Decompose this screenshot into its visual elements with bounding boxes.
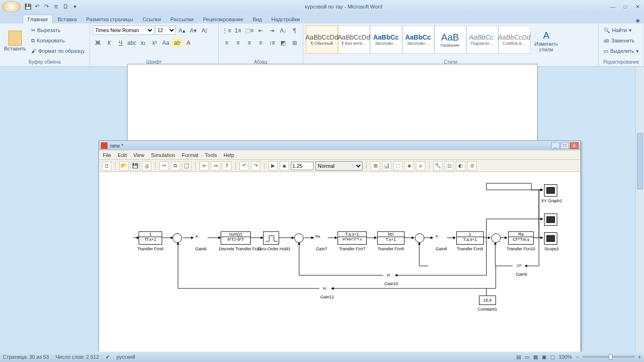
tab-insert[interactable]: Вставка <box>53 15 82 24</box>
format-painter-button[interactable]: 🖌Формат по образцу <box>29 46 87 56</box>
block-transfer-fcn9[interactable]: 1 T.a.s+1 <box>456 231 484 245</box>
sim-minimize-icon[interactable]: _ <box>551 142 560 149</box>
copy-button[interactable]: ⧉ <box>171 161 180 171</box>
tb-icon-7[interactable]: ⊘ <box>467 161 477 171</box>
subscript-button[interactable]: x₂ <box>138 38 149 48</box>
style-no-spacing[interactable]: AaBbCcDd¶ Без инте… <box>338 25 370 54</box>
view-draft-icon[interactable]: ▢ <box>550 354 555 360</box>
block-scope-mid[interactable] <box>544 214 557 226</box>
copy-button[interactable]: ⧉Копировать <box>29 36 87 45</box>
view-print-icon[interactable]: ▤ <box>516 354 521 360</box>
block-sum3[interactable] <box>415 233 424 243</box>
zoom-slider-knob[interactable] <box>609 354 612 360</box>
tab-addins[interactable]: Надстройки <box>267 15 305 24</box>
zoom-value[interactable]: 100% <box>559 354 572 360</box>
find-button[interactable]: 🔍Найти ▾ <box>602 25 641 35</box>
block-scope2[interactable] <box>544 232 557 245</box>
strike-button[interactable]: abc <box>127 38 137 48</box>
qat-redo-icon[interactable]: ↷ <box>42 2 51 11</box>
block-discrete-tf1[interactable]: num(z) 8*Tz-8*T <box>221 231 251 245</box>
underline-button[interactable]: Ч <box>116 38 126 48</box>
spellcheck-icon[interactable]: ✔ <box>106 354 110 360</box>
model-explorer-button[interactable]: ⊡ <box>445 161 454 171</box>
view-outline-icon[interactable]: ▣ <box>542 354 546 360</box>
tab-home[interactable]: Главная <box>23 15 53 24</box>
view-web-icon[interactable]: ▦ <box>533 354 538 360</box>
bullets-button[interactable]: ⋮≡ <box>222 25 232 36</box>
align-right-button[interactable]: ≡ <box>244 38 255 48</box>
paste-button[interactable]: 📋 <box>182 161 191 171</box>
tb-icon-6[interactable]: ◐ <box>456 161 465 171</box>
italic-button[interactable]: К <box>104 38 115 48</box>
block-transfer-fcn8[interactable]: ktn T.s+1 <box>377 231 405 245</box>
multilevel-button[interactable]: ⬚≡ <box>244 25 255 36</box>
tb-icon-1[interactable]: ⊞ <box>371 161 380 171</box>
stop-time-input[interactable] <box>291 162 314 170</box>
tab-page-layout[interactable]: Разметка страницы <box>82 15 138 24</box>
style-title[interactable]: АаВНазвание <box>434 25 466 54</box>
style-heading1[interactable]: AaBbCcЗаголово… <box>370 25 402 54</box>
style-heading2[interactable]: AaBbCcЗаголово… <box>402 25 434 54</box>
print-button[interactable]: 🖨 <box>142 161 151 171</box>
font-color-button[interactable]: A <box>183 38 194 48</box>
menu-format[interactable]: Format <box>182 152 198 158</box>
paste-button[interactable]: Вставить <box>3 25 27 57</box>
superscript-button[interactable]: x² <box>149 38 160 48</box>
sort-button[interactable]: A↓ <box>278 25 289 36</box>
undo-button[interactable]: ↶ <box>239 161 249 171</box>
zoom-slider[interactable] <box>583 356 635 358</box>
replace-button[interactable]: abЗаменить <box>602 36 641 45</box>
tab-view[interactable]: Вид <box>248 15 267 24</box>
block-sum2[interactable] <box>294 233 304 243</box>
highlight-button[interactable]: ab <box>172 38 182 48</box>
help-icon[interactable]: ◉ <box>636 17 640 24</box>
tb-icon-4[interactable]: ◈ <box>405 161 414 171</box>
zoom-out-button[interactable]: − <box>576 354 578 360</box>
tab-mailings[interactable]: Рассылки <box>165 15 198 24</box>
styles-gallery[interactable]: AaBbCcDd¶ Обычный AaBbCcDd¶ Без инте… Aa… <box>306 25 530 54</box>
library-browser-button[interactable]: 🔧 <box>433 161 443 171</box>
simulink-titlebar[interactable]: new * _ □ X <box>99 141 580 150</box>
justify-button[interactable]: ≡ <box>256 38 266 48</box>
open-button[interactable]: 📂 <box>119 161 129 171</box>
show-marks-button[interactable]: ¶ <box>289 25 300 36</box>
play-button[interactable]: ▶ <box>268 161 278 171</box>
style-subtitle[interactable]: AaBbCc.Подзагол… <box>466 25 498 54</box>
save-button[interactable]: 💾 <box>131 161 140 171</box>
shrink-font-button[interactable]: A▾ <box>188 25 198 36</box>
menu-file[interactable]: File <box>103 152 111 158</box>
menu-tools[interactable]: Tools <box>205 152 217 158</box>
block-sum4[interactable] <box>491 233 501 243</box>
maximize-icon[interactable]: □ <box>620 4 630 10</box>
menu-simulation[interactable]: Simulation <box>151 152 175 158</box>
office-button[interactable] <box>2 1 21 12</box>
cut-button[interactable]: ✂Вырезать <box>29 25 87 35</box>
style-normal[interactable]: AaBbCcDd¶ Обычный <box>306 25 338 54</box>
tb-icon-2[interactable]: 📊 <box>382 161 391 171</box>
menu-edit[interactable]: Edit <box>118 152 127 158</box>
grow-font-button[interactable]: A▴ <box>177 25 187 36</box>
tb-icon-5[interactable]: ≡ <box>416 161 425 171</box>
indent-button[interactable]: ⇥ <box>267 25 277 36</box>
block-transfer-fcn10[interactable]: Ra CF*Tm.s <box>508 231 534 245</box>
line-spacing-button[interactable]: ↕≡ <box>267 38 277 48</box>
block-constant1[interactable]: 15.6 <box>479 296 496 305</box>
vertical-scrollbar[interactable] <box>636 67 644 352</box>
align-center-button[interactable]: ≡ <box>233 38 243 48</box>
style-emphasis[interactable]: AaBbCcDdСлабое в… <box>498 25 530 54</box>
block-sum1[interactable] <box>173 233 182 243</box>
change-styles-button[interactable]: A Изменить стили <box>532 25 561 57</box>
block-xy-graph[interactable] <box>544 184 557 197</box>
sim-maximize-icon[interactable]: □ <box>561 142 569 149</box>
qat-save-icon[interactable]: 💾 <box>24 2 32 11</box>
qat-undo-icon[interactable]: ↶ <box>33 2 41 11</box>
block-zoh1[interactable] <box>263 231 279 245</box>
cut-button[interactable]: ✂ <box>159 161 169 171</box>
qat-more-icon[interactable]: ▾ <box>71 2 79 11</box>
sim-close-icon[interactable]: X <box>570 142 578 149</box>
block-transfer-fcn6[interactable]: 1 Tf.s+1 <box>139 231 162 245</box>
block-transfer-fcn7[interactable]: T.a.s+1 kt*ktn*2*T.s <box>338 231 367 245</box>
borders-button[interactable]: ⊞ <box>289 38 300 48</box>
close-icon[interactable]: ✕ <box>633 4 642 10</box>
shading-button[interactable]: ◩ <box>278 38 289 48</box>
